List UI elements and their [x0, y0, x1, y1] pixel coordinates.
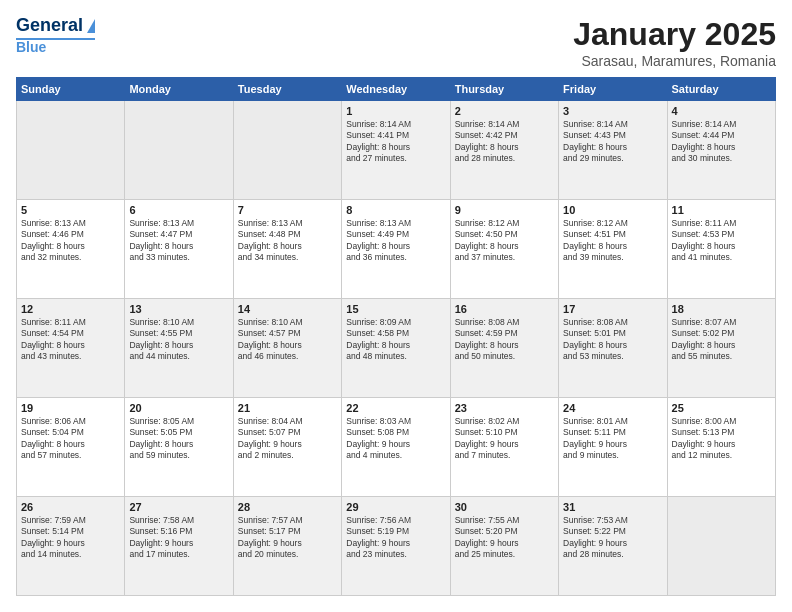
- table-row: [17, 101, 125, 200]
- table-row: 17Sunrise: 8:08 AM Sunset: 5:01 PM Dayli…: [559, 299, 667, 398]
- day-number: 5: [21, 204, 120, 216]
- calendar-week-row: 26Sunrise: 7:59 AM Sunset: 5:14 PM Dayli…: [17, 497, 776, 596]
- location-subtitle: Sarasau, Maramures, Romania: [573, 53, 776, 69]
- table-row: 7Sunrise: 8:13 AM Sunset: 4:48 PM Daylig…: [233, 200, 341, 299]
- month-title: January 2025: [573, 16, 776, 53]
- table-row: 9Sunrise: 8:12 AM Sunset: 4:50 PM Daylig…: [450, 200, 558, 299]
- day-info: Sunrise: 8:12 AM Sunset: 4:50 PM Dayligh…: [455, 218, 554, 264]
- table-row: 23Sunrise: 8:02 AM Sunset: 5:10 PM Dayli…: [450, 398, 558, 497]
- day-info: Sunrise: 8:11 AM Sunset: 4:54 PM Dayligh…: [21, 317, 120, 363]
- day-number: 26: [21, 501, 120, 513]
- table-row: 25Sunrise: 8:00 AM Sunset: 5:13 PM Dayli…: [667, 398, 775, 497]
- logo: General Blue: [16, 16, 95, 55]
- day-number: 20: [129, 402, 228, 414]
- day-info: Sunrise: 8:01 AM Sunset: 5:11 PM Dayligh…: [563, 416, 662, 462]
- day-number: 11: [672, 204, 771, 216]
- day-number: 19: [21, 402, 120, 414]
- day-number: 23: [455, 402, 554, 414]
- day-number: 14: [238, 303, 337, 315]
- day-number: 30: [455, 501, 554, 513]
- day-number: 18: [672, 303, 771, 315]
- table-row: 30Sunrise: 7:55 AM Sunset: 5:20 PM Dayli…: [450, 497, 558, 596]
- table-row: 16Sunrise: 8:08 AM Sunset: 4:59 PM Dayli…: [450, 299, 558, 398]
- table-row: [125, 101, 233, 200]
- day-info: Sunrise: 8:08 AM Sunset: 5:01 PM Dayligh…: [563, 317, 662, 363]
- day-info: Sunrise: 7:55 AM Sunset: 5:20 PM Dayligh…: [455, 515, 554, 561]
- day-info: Sunrise: 8:07 AM Sunset: 5:02 PM Dayligh…: [672, 317, 771, 363]
- col-thursday: Thursday: [450, 78, 558, 101]
- table-row: 28Sunrise: 7:57 AM Sunset: 5:17 PM Dayli…: [233, 497, 341, 596]
- table-row: 12Sunrise: 8:11 AM Sunset: 4:54 PM Dayli…: [17, 299, 125, 398]
- table-row: 11Sunrise: 8:11 AM Sunset: 4:53 PM Dayli…: [667, 200, 775, 299]
- day-info: Sunrise: 8:03 AM Sunset: 5:08 PM Dayligh…: [346, 416, 445, 462]
- table-row: 3Sunrise: 8:14 AM Sunset: 4:43 PM Daylig…: [559, 101, 667, 200]
- table-row: [233, 101, 341, 200]
- title-block: January 2025 Sarasau, Maramures, Romania: [573, 16, 776, 69]
- col-tuesday: Tuesday: [233, 78, 341, 101]
- day-number: 31: [563, 501, 662, 513]
- day-info: Sunrise: 7:57 AM Sunset: 5:17 PM Dayligh…: [238, 515, 337, 561]
- table-row: 10Sunrise: 8:12 AM Sunset: 4:51 PM Dayli…: [559, 200, 667, 299]
- table-row: 24Sunrise: 8:01 AM Sunset: 5:11 PM Dayli…: [559, 398, 667, 497]
- day-number: 1: [346, 105, 445, 117]
- day-number: 16: [455, 303, 554, 315]
- day-number: 7: [238, 204, 337, 216]
- table-row: 1Sunrise: 8:14 AM Sunset: 4:41 PM Daylig…: [342, 101, 450, 200]
- day-info: Sunrise: 8:13 AM Sunset: 4:47 PM Dayligh…: [129, 218, 228, 264]
- table-row: 31Sunrise: 7:53 AM Sunset: 5:22 PM Dayli…: [559, 497, 667, 596]
- day-number: 15: [346, 303, 445, 315]
- day-info: Sunrise: 7:58 AM Sunset: 5:16 PM Dayligh…: [129, 515, 228, 561]
- table-row: 29Sunrise: 7:56 AM Sunset: 5:19 PM Dayli…: [342, 497, 450, 596]
- day-number: 21: [238, 402, 337, 414]
- calendar-week-row: 12Sunrise: 8:11 AM Sunset: 4:54 PM Dayli…: [17, 299, 776, 398]
- day-number: 8: [346, 204, 445, 216]
- day-info: Sunrise: 8:08 AM Sunset: 4:59 PM Dayligh…: [455, 317, 554, 363]
- col-saturday: Saturday: [667, 78, 775, 101]
- day-info: Sunrise: 8:10 AM Sunset: 4:55 PM Dayligh…: [129, 317, 228, 363]
- table-row: 6Sunrise: 8:13 AM Sunset: 4:47 PM Daylig…: [125, 200, 233, 299]
- day-number: 3: [563, 105, 662, 117]
- table-row: 22Sunrise: 8:03 AM Sunset: 5:08 PM Dayli…: [342, 398, 450, 497]
- table-row: 13Sunrise: 8:10 AM Sunset: 4:55 PM Dayli…: [125, 299, 233, 398]
- day-info: Sunrise: 8:13 AM Sunset: 4:49 PM Dayligh…: [346, 218, 445, 264]
- day-info: Sunrise: 7:53 AM Sunset: 5:22 PM Dayligh…: [563, 515, 662, 561]
- table-row: [667, 497, 775, 596]
- table-row: 20Sunrise: 8:05 AM Sunset: 5:05 PM Dayli…: [125, 398, 233, 497]
- logo-triangle-icon: [87, 19, 95, 33]
- day-info: Sunrise: 8:14 AM Sunset: 4:41 PM Dayligh…: [346, 119, 445, 165]
- day-info: Sunrise: 8:11 AM Sunset: 4:53 PM Dayligh…: [672, 218, 771, 264]
- calendar-week-row: 19Sunrise: 8:06 AM Sunset: 5:04 PM Dayli…: [17, 398, 776, 497]
- day-info: Sunrise: 8:14 AM Sunset: 4:42 PM Dayligh…: [455, 119, 554, 165]
- day-number: 29: [346, 501, 445, 513]
- day-number: 13: [129, 303, 228, 315]
- calendar-week-row: 5Sunrise: 8:13 AM Sunset: 4:46 PM Daylig…: [17, 200, 776, 299]
- day-number: 22: [346, 402, 445, 414]
- table-row: 2Sunrise: 8:14 AM Sunset: 4:42 PM Daylig…: [450, 101, 558, 200]
- day-info: Sunrise: 8:14 AM Sunset: 4:43 PM Dayligh…: [563, 119, 662, 165]
- day-info: Sunrise: 8:02 AM Sunset: 5:10 PM Dayligh…: [455, 416, 554, 462]
- col-wednesday: Wednesday: [342, 78, 450, 101]
- table-row: 15Sunrise: 8:09 AM Sunset: 4:58 PM Dayli…: [342, 299, 450, 398]
- day-number: 28: [238, 501, 337, 513]
- day-number: 4: [672, 105, 771, 117]
- day-number: 9: [455, 204, 554, 216]
- day-info: Sunrise: 8:10 AM Sunset: 4:57 PM Dayligh…: [238, 317, 337, 363]
- table-row: 27Sunrise: 7:58 AM Sunset: 5:16 PM Dayli…: [125, 497, 233, 596]
- col-friday: Friday: [559, 78, 667, 101]
- calendar-week-row: 1Sunrise: 8:14 AM Sunset: 4:41 PM Daylig…: [17, 101, 776, 200]
- day-info: Sunrise: 8:00 AM Sunset: 5:13 PM Dayligh…: [672, 416, 771, 462]
- calendar-header-row: Sunday Monday Tuesday Wednesday Thursday…: [17, 78, 776, 101]
- day-number: 24: [563, 402, 662, 414]
- table-row: 8Sunrise: 8:13 AM Sunset: 4:49 PM Daylig…: [342, 200, 450, 299]
- logo-general: General: [16, 16, 83, 36]
- day-number: 2: [455, 105, 554, 117]
- day-info: Sunrise: 8:13 AM Sunset: 4:46 PM Dayligh…: [21, 218, 120, 264]
- day-info: Sunrise: 8:14 AM Sunset: 4:44 PM Dayligh…: [672, 119, 771, 165]
- col-sunday: Sunday: [17, 78, 125, 101]
- table-row: 18Sunrise: 8:07 AM Sunset: 5:02 PM Dayli…: [667, 299, 775, 398]
- day-info: Sunrise: 7:59 AM Sunset: 5:14 PM Dayligh…: [21, 515, 120, 561]
- day-info: Sunrise: 8:13 AM Sunset: 4:48 PM Dayligh…: [238, 218, 337, 264]
- day-info: Sunrise: 7:56 AM Sunset: 5:19 PM Dayligh…: [346, 515, 445, 561]
- table-row: 21Sunrise: 8:04 AM Sunset: 5:07 PM Dayli…: [233, 398, 341, 497]
- header: General Blue January 2025 Sarasau, Maram…: [16, 16, 776, 69]
